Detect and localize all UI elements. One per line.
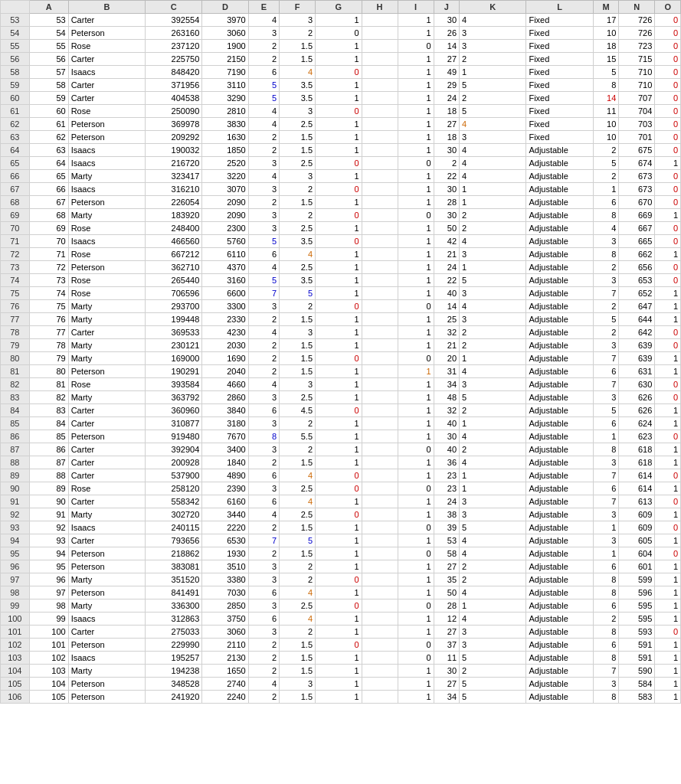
table-cell[interactable]: 4 [460, 235, 526, 248]
table-cell[interactable]: 2740 [202, 678, 248, 691]
table-cell[interactable]: 1 [398, 586, 434, 599]
table-cell[interactable]: 6530 [202, 534, 248, 547]
table-cell[interactable]: 1 [316, 118, 362, 131]
table-cell[interactable]: 77 [1, 313, 30, 326]
table-cell[interactable]: 66 [29, 183, 68, 196]
table-cell[interactable]: 3 [280, 326, 316, 339]
table-cell[interactable]: 89 [29, 482, 68, 495]
table-cell[interactable]: 62 [29, 131, 68, 144]
table-cell[interactable]: 1.5 [280, 352, 316, 365]
table-cell[interactable]: 25 [434, 313, 460, 326]
table-cell[interactable]: 1 [398, 196, 434, 209]
table-cell[interactable]: 1 [655, 678, 681, 691]
table-cell[interactable]: Peterson [68, 261, 146, 274]
table-cell[interactable]: 1 [398, 678, 434, 691]
table-cell[interactable]: 1.5 [280, 131, 316, 144]
table-cell[interactable]: 1 [460, 196, 526, 209]
table-cell[interactable]: 28 [434, 196, 460, 209]
table-cell[interactable]: 81 [29, 378, 68, 391]
table-cell[interactable]: 0 [316, 105, 362, 118]
table-cell[interactable]: 265440 [146, 274, 202, 287]
table-cell[interactable]: 1 [316, 313, 362, 326]
table-cell[interactable]: 1 [655, 652, 681, 665]
table-cell[interactable]: 293700 [146, 300, 202, 313]
table-cell[interactable]: Isaacs [68, 183, 146, 196]
table-cell[interactable]: 1.5 [280, 521, 316, 534]
table-cell[interactable]: 1 [316, 40, 362, 53]
table-cell[interactable]: 1.5 [280, 665, 316, 678]
table-cell[interactable]: 1 [316, 14, 362, 27]
table-cell[interactable]: 4 [460, 118, 526, 131]
table-cell[interactable]: 39 [434, 521, 460, 534]
table-cell[interactable]: 1850 [202, 144, 248, 157]
table-cell[interactable]: 218862 [146, 547, 202, 560]
table-cell[interactable]: 1 [398, 105, 434, 118]
table-cell[interactable]: 4 [248, 170, 279, 183]
table-cell[interactable]: 3 [460, 495, 526, 508]
table-cell[interactable]: 2150 [202, 53, 248, 66]
table-cell[interactable]: 0 [316, 66, 362, 79]
table-cell[interactable]: 3 [460, 248, 526, 261]
table-cell[interactable]: 3 [248, 222, 279, 235]
table-cell[interactable]: 78 [29, 339, 68, 352]
table-cell[interactable]: 190032 [146, 144, 202, 157]
table-cell[interactable]: 3 [248, 417, 279, 430]
table-cell[interactable]: 101 [1, 626, 30, 639]
table-cell[interactable]: Marty [68, 391, 146, 404]
table-cell[interactable]: 3290 [202, 92, 248, 105]
table-cell[interactable]: 623 [619, 430, 655, 443]
table-cell[interactable]: 4660 [202, 378, 248, 391]
table-cell[interactable]: 50 [434, 586, 460, 599]
table-cell[interactable]: 3 [280, 170, 316, 183]
table-cell[interactable]: 2 [248, 365, 279, 378]
table-cell[interactable]: 230121 [146, 339, 202, 352]
table-cell[interactable]: 1 [398, 66, 434, 79]
table-cell[interactable]: 1 [655, 599, 681, 612]
table-cell[interactable]: 1.5 [280, 547, 316, 560]
table-cell[interactable]: 2090 [202, 196, 248, 209]
table-cell[interactable]: 1 [316, 586, 362, 599]
table-cell[interactable]: 263160 [146, 27, 202, 40]
table-cell[interactable]: 1.5 [280, 365, 316, 378]
table-cell[interactable]: 3 [248, 300, 279, 313]
table-cell[interactable]: 613 [619, 495, 655, 508]
table-cell[interactable]: 1.5 [280, 53, 316, 66]
table-cell[interactable]: 104 [29, 678, 68, 691]
table-cell[interactable]: 0 [655, 79, 681, 92]
table-cell[interactable]: 1 [316, 131, 362, 144]
table-cell[interactable]: 1 [398, 118, 434, 131]
table-cell[interactable]: 0 [655, 144, 681, 157]
table-cell[interactable]: 1 [398, 626, 434, 639]
table-cell[interactable]: 5 [280, 534, 316, 547]
table-cell[interactable]: 102 [29, 652, 68, 665]
table-cell[interactable]: 1 [316, 144, 362, 157]
table-cell[interactable]: 0 [316, 573, 362, 586]
table-cell[interactable]: 88 [29, 469, 68, 482]
table-cell[interactable]: 1 [655, 560, 681, 573]
table-cell[interactable]: 2 [248, 639, 279, 652]
table-cell[interactable]: 3300 [202, 300, 248, 313]
table-cell[interactable]: 89 [1, 469, 30, 482]
table-cell[interactable]: 0 [655, 326, 681, 339]
table-cell[interactable]: 3440 [202, 508, 248, 521]
table-cell[interactable]: Peterson [68, 586, 146, 599]
table-cell[interactable]: 76 [1, 300, 30, 313]
table-cell[interactable]: 102 [1, 639, 30, 652]
table-cell[interactable]: 6 [593, 196, 619, 209]
table-cell[interactable]: 62 [1, 118, 30, 131]
table-cell[interactable]: 0 [398, 352, 434, 365]
table-cell[interactable]: 2300 [202, 222, 248, 235]
table-cell[interactable]: 104 [1, 665, 30, 678]
table-cell[interactable]: 626 [619, 404, 655, 417]
table-cell[interactable]: 53 [1, 14, 30, 27]
table-cell[interactable]: Peterson [68, 27, 146, 40]
table-cell[interactable]: 3 [248, 157, 279, 170]
table-cell[interactable]: 2 [460, 560, 526, 573]
table-cell[interactable]: 3 [248, 573, 279, 586]
table-cell[interactable]: Carter [68, 626, 146, 639]
table-cell[interactable]: Isaacs [68, 612, 146, 626]
table-cell[interactable]: 624 [619, 417, 655, 430]
table-cell[interactable]: 0 [655, 40, 681, 53]
table-cell[interactable]: 4 [280, 495, 316, 508]
table-cell[interactable]: 583 [619, 691, 655, 704]
